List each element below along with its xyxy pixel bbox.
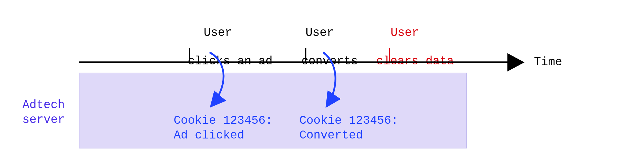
axis-label: Time [534, 56, 562, 69]
tick-convert [305, 48, 306, 61]
event-clear-line1: User [391, 26, 419, 39]
tick-click [189, 48, 190, 61]
event-convert-line1: User [306, 26, 334, 39]
timeline-axis [79, 61, 510, 63]
event-click-line1: User [204, 26, 232, 39]
record-click: Cookie 123456: Ad clicked [174, 113, 273, 143]
tick-clear [389, 48, 390, 61]
diagram-canvas: User clicks an ad User converts User cle… [0, 0, 644, 157]
adtech-server-label: Adtech server [22, 98, 65, 127]
record-convert: Cookie 123456: Converted [299, 113, 398, 143]
adtech-server-box [79, 73, 467, 148]
timeline-arrowhead-icon [507, 53, 525, 71]
